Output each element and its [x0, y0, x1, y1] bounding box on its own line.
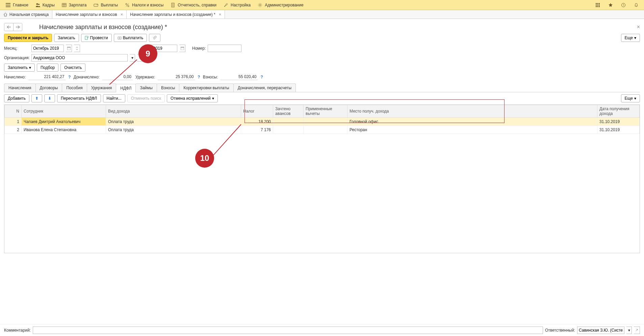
- post-button[interactable]: Провести: [81, 34, 112, 42]
- wrench-icon: [223, 2, 229, 8]
- clear-button[interactable]: Очистить: [60, 64, 85, 72]
- th-income-type[interactable]: Вид дохода: [106, 105, 241, 118]
- svg-rect-2: [62, 3, 66, 7]
- org-input[interactable]: [31, 54, 128, 62]
- inner-tab-4[interactable]: НДФЛ: [116, 84, 136, 92]
- history-icon[interactable]: [618, 3, 629, 7]
- inner-tab-8[interactable]: Доначисления, перерасчеты: [233, 83, 296, 92]
- sub-more-label: Еще: [625, 96, 633, 101]
- menu-icon: [5, 2, 11, 8]
- org-label: Организация:: [4, 55, 29, 60]
- month-input[interactable]: [31, 45, 64, 52]
- cell-tax: 18 200: [241, 118, 273, 126]
- cell-date: 31.10.2019: [597, 126, 640, 134]
- help-icon[interactable]: ?: [68, 75, 71, 79]
- add-button[interactable]: Добавить: [4, 94, 29, 102]
- tab-doc2-label: Начисление зарплаты и взносов (создание)…: [130, 12, 215, 17]
- svg-rect-11: [596, 4, 597, 5]
- contrib-label: Взносы:: [203, 75, 218, 79]
- menu-taxes[interactable]: Налоги и взносы: [121, 0, 167, 10]
- star-icon[interactable]: [605, 3, 616, 7]
- month-calendar-btn[interactable]: [66, 45, 72, 52]
- svg-rect-18: [85, 36, 87, 40]
- help-icon[interactable]: ?: [260, 75, 263, 79]
- inner-tab-3[interactable]: Удержания: [87, 83, 117, 92]
- cancel-fix-label: Отмена исправлений: [171, 96, 211, 101]
- top-menu: Главное Кадры Зарплата Выплаты Налоги и …: [0, 0, 644, 10]
- gear-icon: [257, 2, 263, 8]
- tab-doc1-label: Начисление зарплаты и взносов: [56, 12, 117, 17]
- inner-tab-7[interactable]: Корректировки выплаты: [179, 83, 233, 92]
- cancel-fix-button[interactable]: Отмена исправлений ▾: [167, 94, 218, 102]
- move-down-button[interactable]: ⬇: [44, 94, 55, 102]
- percent-icon: [125, 2, 130, 8]
- bell-icon[interactable]: [630, 3, 642, 7]
- close-icon[interactable]: ×: [121, 12, 123, 17]
- inner-tab-1[interactable]: Договоры: [35, 83, 62, 92]
- callout-9: 9: [138, 44, 157, 63]
- table-wrap: N Сотрудник Вид дохода Налог Зачтено ава…: [4, 104, 640, 253]
- payout-icon: [118, 36, 122, 40]
- fill-button[interactable]: Заполнить ▾: [4, 64, 35, 72]
- write-button[interactable]: Записать: [54, 34, 79, 42]
- th-tax[interactable]: Налог: [241, 105, 273, 118]
- number-input[interactable]: [208, 45, 241, 52]
- month-label: Месяц:: [4, 46, 29, 51]
- sub-more-button[interactable]: Еще ▾: [621, 94, 640, 102]
- attach-button[interactable]: [149, 34, 160, 42]
- date-calendar-btn[interactable]: [179, 45, 185, 52]
- org-dropdown[interactable]: ▾: [130, 54, 135, 62]
- move-up-button[interactable]: ⬆: [31, 94, 42, 102]
- close-icon[interactable]: ×: [219, 12, 222, 17]
- th-place[interactable]: Место получ. дохода: [347, 105, 597, 118]
- contrib-value: 55 020,40: [221, 74, 258, 80]
- inner-tab-6[interactable]: Взносы: [157, 83, 179, 92]
- menu-main[interactable]: Главное: [2, 0, 32, 10]
- apps-icon[interactable]: [592, 3, 603, 7]
- nav-back[interactable]: [4, 23, 13, 31]
- th-advance[interactable]: Зачтено авансов: [273, 105, 304, 118]
- table-row[interactable]: 1Чапаев Дмитрий АнатольевичОплата труда1…: [5, 118, 640, 126]
- pick-button[interactable]: Подбор: [37, 64, 58, 72]
- form-row-fill: Заполнить ▾ Подбор Очистить: [4, 64, 640, 72]
- svg-rect-14: [596, 6, 597, 7]
- menu-taxes-label: Налоги и взносы: [132, 3, 163, 7]
- payout-button[interactable]: Выплатить: [114, 34, 147, 42]
- tab-doc2[interactable]: Начисление зарплаты и взносов (создание)…: [127, 10, 225, 19]
- svg-point-5: [128, 5, 129, 7]
- table-row[interactable]: 2Иванова Елена СтепановнаОплата труда7 1…: [5, 126, 640, 134]
- menu-salary-label: Зарплата: [69, 3, 87, 7]
- th-date[interactable]: Дата получения дохода: [597, 105, 640, 118]
- recalc-button[interactable]: Пересчитать НДФЛ: [57, 94, 101, 102]
- page-title: Начисление зарплаты и взносов (создание)…: [39, 24, 167, 31]
- close-page[interactable]: ×: [637, 24, 640, 30]
- month-spin-btn[interactable]: [74, 45, 80, 52]
- menu-reports[interactable]: Отчетность, справки: [167, 0, 220, 10]
- withheld-label: Удержано:: [135, 75, 155, 79]
- svg-rect-21: [67, 47, 71, 50]
- help-icon[interactable]: ?: [198, 75, 200, 79]
- cell-advance: [273, 118, 304, 126]
- menu-salary[interactable]: Зарплата: [58, 0, 90, 10]
- post-close-button[interactable]: Провести и закрыть: [4, 34, 52, 42]
- svg-point-0: [36, 3, 38, 5]
- totals-row: Начислено: 221 402,27 ? Доначислено: 0,0…: [4, 74, 640, 80]
- more-button[interactable]: Еще ▾: [621, 34, 640, 42]
- th-employee[interactable]: Сотрудник: [22, 105, 106, 118]
- tab-home[interactable]: Начальная страница: [0, 10, 52, 19]
- menu-staff[interactable]: Кадры: [32, 0, 58, 10]
- th-n[interactable]: N: [5, 105, 22, 118]
- menu-settings[interactable]: Настройка: [220, 0, 254, 10]
- nav-forward[interactable]: [13, 23, 22, 31]
- menu-payments[interactable]: Выплаты: [90, 0, 121, 10]
- inner-tab-5[interactable]: Займы: [135, 83, 157, 92]
- tabs-bar: Начальная страница Начисление зарплаты и…: [0, 10, 644, 19]
- tab-doc1[interactable]: Начисление зарплаты и взносов ×: [52, 10, 127, 19]
- th-deductions[interactable]: Примененные вычеты: [304, 105, 347, 118]
- cell-place: Головной офис: [347, 118, 597, 126]
- menu-admin[interactable]: Администрирование: [254, 0, 307, 10]
- inner-tab-2[interactable]: Пособия: [62, 83, 87, 92]
- svg-rect-15: [597, 6, 598, 7]
- find-button[interactable]: Найти...: [103, 94, 125, 102]
- inner-tab-0[interactable]: Начисления: [4, 83, 36, 92]
